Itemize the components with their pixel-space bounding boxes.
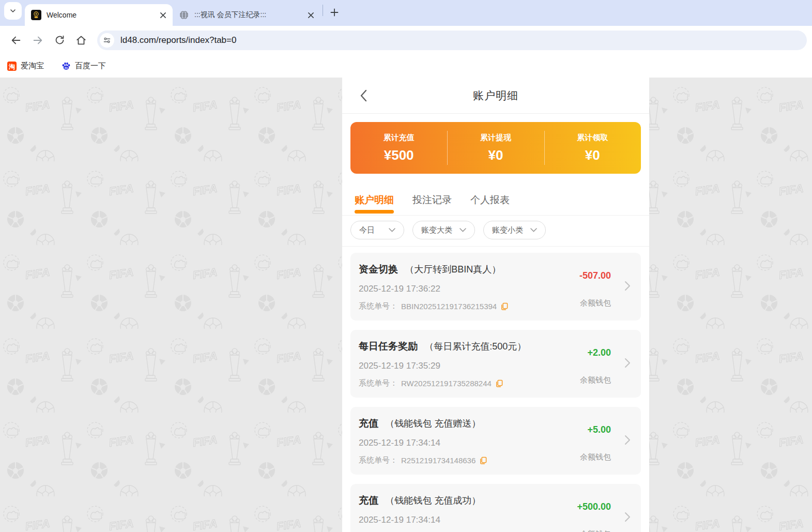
transaction-list: 资金切换 （大厅转到BBIN真人） 2025-12-19 17:36:22 系统…: [342, 247, 649, 532]
transaction-type: 充值: [359, 495, 378, 506]
bookmark-baidu[interactable]: du 百度一下: [62, 61, 106, 71]
transaction-wallet: 余额钱包: [580, 298, 611, 308]
summary-value: ¥0: [488, 147, 503, 163]
bookmarks-bar: 淘 爱淘宝 du 百度一下: [0, 54, 812, 78]
transaction-datetime: 2025-12-19 17:36:22: [359, 284, 563, 294]
transaction-row[interactable]: 资金切换 （大厅转到BBIN真人） 2025-12-19 17:36:22 系统…: [350, 253, 641, 321]
site-favicon: [31, 10, 41, 20]
site-settings-button[interactable]: [100, 33, 114, 48]
transaction-amount: -507.00: [579, 270, 611, 281]
transaction-subtitle: （大厅转到BBIN真人）: [405, 264, 501, 275]
order-label: 系统单号：: [359, 455, 397, 465]
tab-video-records[interactable]: :::视讯 会员下注纪录:::: [173, 4, 320, 26]
home-icon: [75, 35, 87, 46]
transaction-order-line: 系统单号： RW202512191735288244: [359, 378, 563, 388]
page-back-button[interactable]: [357, 89, 370, 102]
summary-total-claimed: 累计领取 ¥0: [544, 122, 641, 174]
svg-text:淘: 淘: [8, 63, 15, 70]
chevron-left-icon: [359, 89, 367, 102]
page-content: FIFA: [0, 78, 812, 532]
transaction-row[interactable]: 充值 （钱能钱包 充值赠送） 2025-12-19 17:34:14 系统单号：…: [350, 407, 641, 475]
transaction-amount: +5.00: [587, 424, 611, 435]
order-label: 系统单号：: [359, 301, 397, 311]
chevron-down-icon: [459, 228, 466, 232]
tune-icon: [103, 36, 111, 44]
bookmark-aitaobao[interactable]: 淘 爱淘宝: [7, 61, 44, 71]
baidu-paw-icon: du: [62, 62, 71, 71]
transaction-wallet: 余额钱包: [580, 452, 611, 462]
transaction-order-line: 系统单号： R2512191734148636: [359, 455, 563, 465]
tab-search-button[interactable]: [4, 2, 22, 20]
page-title: 账户明细: [473, 88, 518, 103]
transaction-row[interactable]: 充值 （钱能钱包 充值成功） 2025-12-19 17:34:14 系统单号：…: [350, 484, 641, 532]
chevron-down-icon: [389, 228, 395, 232]
transaction-row[interactable]: 每日任务奖励 （每日累计充值:500元） 2025-12-19 17:35:29…: [350, 330, 641, 398]
copy-button[interactable]: [495, 379, 503, 388]
tab-bet-records[interactable]: 投注记录: [412, 193, 452, 215]
transaction-subtitle: （钱能钱包 充值成功）: [385, 495, 481, 506]
copy-button[interactable]: [500, 302, 508, 311]
reload-button[interactable]: [49, 29, 70, 51]
chevron-right-icon[interactable]: [624, 281, 631, 293]
chevron-right-icon[interactable]: [624, 435, 631, 447]
order-number: BBIN202512191736215394: [401, 302, 497, 311]
transaction-title: 充值 （钱能钱包 充值赠送）: [359, 417, 563, 430]
home-button[interactable]: [70, 29, 92, 51]
order-number: RW202512191735288244: [401, 379, 492, 388]
copy-icon: [479, 457, 487, 465]
taobao-icon: 淘: [7, 62, 17, 71]
filter-minor-category-select[interactable]: 账变小类: [483, 221, 546, 239]
forward-button[interactable]: [27, 29, 49, 51]
transaction-datetime: 2025-12-19 17:34:14: [359, 438, 563, 448]
reload-icon: [54, 35, 65, 45]
transaction-title: 充值 （钱能钱包 充值成功）: [359, 494, 563, 507]
plus-icon: [330, 8, 339, 17]
transaction-subtitle: （每日累计充值:500元）: [424, 341, 526, 352]
transaction-wallet: 余额钱包: [580, 375, 611, 385]
transaction-title: 每日任务奖励 （每日累计充值:500元）: [359, 340, 563, 353]
browser-toolbar: ld48.com/reports/index?tab=0: [0, 26, 812, 54]
copy-icon: [495, 379, 503, 388]
transaction-title: 资金切换 （大厅转到BBIN真人）: [359, 263, 563, 276]
order-number: R2512191734148636: [401, 456, 476, 465]
tab-personal-report[interactable]: 个人报表: [470, 193, 510, 215]
filter-major-category-select[interactable]: 账变大类: [412, 221, 475, 239]
page-header: 账户明细: [342, 78, 649, 114]
filter-date-select[interactable]: 今日: [350, 221, 404, 239]
report-tabs: 账户明细 投注记录 个人报表: [342, 182, 649, 216]
account-detail-panel: 账户明细 累计充值 ¥500 累计提现 ¥0 累计领取 ¥0 账户明细 投注记录…: [342, 78, 649, 532]
tab-close-icon[interactable]: [158, 10, 167, 20]
back-arrow-icon: [10, 35, 22, 46]
forward-arrow-icon: [32, 35, 43, 46]
summary-value: ¥0: [585, 147, 600, 163]
copy-button[interactable]: [479, 457, 487, 465]
summary-total-deposit: 累计充值 ¥500: [350, 122, 447, 174]
tab-separator: [323, 5, 323, 16]
filters-row: 今日 账变大类 账变小类: [342, 216, 649, 247]
filter-label: 账变大类: [421, 225, 452, 235]
chevron-down-icon: [9, 7, 17, 15]
tab-welcome[interactable]: Welcome: [25, 4, 173, 26]
new-tab-button[interactable]: [327, 5, 342, 20]
address-bar[interactable]: ld48.com/reports/index?tab=0: [97, 31, 807, 50]
transaction-amount: +2.00: [587, 347, 611, 358]
transaction-order-line: 系统单号： BBIN202512191736215394: [359, 301, 563, 311]
tab-close-icon[interactable]: [306, 10, 315, 20]
transaction-type: 每日任务奖励: [359, 341, 418, 352]
summary-label: 累计充值: [384, 133, 415, 143]
transaction-amount: +500.00: [577, 501, 611, 512]
transaction-type: 资金切换: [359, 264, 398, 275]
tab-title: Welcome: [47, 11, 158, 19]
chevron-right-icon[interactable]: [624, 358, 631, 370]
globe-icon: [179, 10, 189, 20]
filter-label: 账变小类: [492, 225, 523, 235]
svg-text:du: du: [65, 66, 68, 69]
tab-account-detail[interactable]: 账户明细: [355, 193, 394, 215]
chevron-right-icon[interactable]: [624, 512, 631, 524]
summary-label: 累计领取: [577, 133, 608, 143]
url-text[interactable]: ld48.com/reports/index?tab=0: [120, 35, 236, 45]
back-button[interactable]: [5, 29, 27, 51]
transaction-datetime: 2025-12-19 17:35:29: [359, 361, 563, 371]
transaction-datetime: 2025-12-19 17:34:14: [359, 515, 563, 525]
tab-title: :::视讯 会员下注纪录:::: [194, 10, 306, 20]
